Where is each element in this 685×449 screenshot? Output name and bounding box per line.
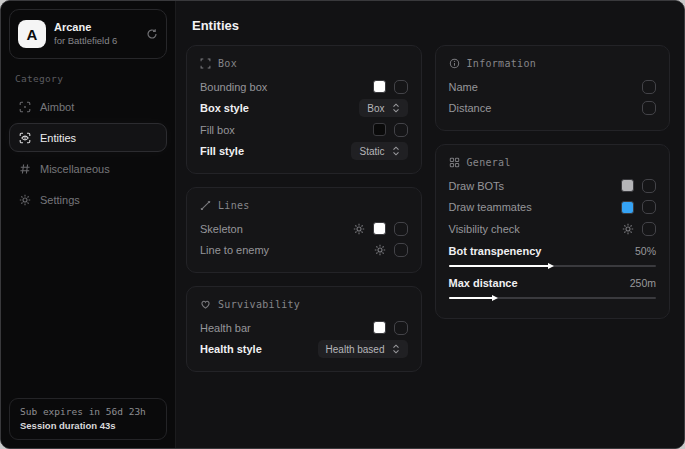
color-swatch[interactable] — [373, 222, 386, 235]
skeleton-checkbox[interactable] — [394, 222, 408, 236]
sidebar-nav: Aimbot Entities — [9, 92, 167, 214]
bounding-box-checkbox[interactable] — [394, 80, 408, 94]
scan-eye-icon — [19, 132, 31, 144]
fill-box-checkbox[interactable] — [394, 123, 408, 137]
bot-transparency-slider[interactable] — [449, 262, 657, 270]
sidebar-item-settings[interactable]: Settings — [9, 185, 167, 214]
slider-thumb[interactable] — [548, 263, 554, 269]
survivability-card: Survivability Health bar Health style He… — [186, 286, 422, 372]
setting-row-distance: Distance — [449, 98, 657, 120]
setting-label: Draw BOTs — [449, 180, 505, 192]
color-swatch[interactable] — [621, 179, 634, 192]
section-title: General — [467, 157, 511, 168]
general-card-header: General — [449, 157, 657, 168]
gear-icon[interactable] — [374, 244, 386, 256]
card-columns: Box Bounding box Box style Box — [186, 45, 670, 372]
gear-icon — [19, 194, 31, 206]
unfold-icon — [392, 103, 400, 113]
slider-thumb[interactable] — [492, 295, 498, 301]
sidebar-item-miscellaneous[interactable]: Miscellaneous — [9, 154, 167, 183]
slider-label-row: Max distance 250m — [449, 275, 657, 292]
setting-label: Max distance — [449, 277, 518, 289]
setting-row-health-style: Health style Health based — [200, 339, 408, 361]
dropdown-value: Box — [367, 103, 384, 114]
arcane-logo: A — [18, 20, 46, 48]
box-style-dropdown[interactable]: Box — [359, 99, 407, 117]
gear-icon[interactable] — [353, 223, 365, 235]
sidebar-item-aimbot[interactable]: Aimbot — [9, 92, 167, 121]
draw-bots-checkbox[interactable] — [642, 179, 656, 193]
survivability-card-header: Survivability — [200, 299, 408, 310]
setting-label: Bounding box — [200, 81, 267, 93]
right-column: Information Name Distance — [435, 45, 671, 372]
slider-value: 50% — [635, 245, 656, 257]
heart-icon — [200, 299, 211, 310]
max-distance-group: Max distance 250m — [449, 275, 657, 302]
setting-label: Skeleton — [200, 223, 243, 235]
color-swatch[interactable] — [373, 123, 386, 136]
grid-icon — [449, 157, 460, 168]
information-card-header: Information — [449, 58, 657, 69]
sidebar-item-label: Settings — [40, 194, 80, 206]
setting-row-bounding-box: Bounding box — [200, 76, 408, 98]
session-duration-text: Session duration 43s — [20, 419, 156, 433]
health-style-dropdown[interactable]: Health based — [318, 340, 408, 358]
line-icon — [200, 200, 211, 211]
setting-label: Visibility check — [449, 223, 520, 235]
setting-label: Fill style — [200, 145, 244, 157]
dropdown-value: Static — [359, 146, 384, 157]
fill-style-dropdown[interactable]: Static — [351, 142, 407, 160]
color-swatch[interactable] — [621, 201, 634, 214]
max-distance-slider[interactable] — [449, 294, 657, 302]
brand-card: A Arcane for Battlefield 6 — [9, 9, 167, 59]
setting-row-name: Name — [449, 76, 657, 98]
brand-text: Arcane for Battlefield 6 — [54, 21, 138, 47]
main-panel: Entities Box Bounding box — [176, 1, 684, 448]
name-checkbox[interactable] — [642, 80, 656, 94]
category-label: Category — [15, 73, 161, 84]
draw-teammates-checkbox[interactable] — [642, 200, 656, 214]
box-card-header: Box — [200, 58, 408, 69]
sidebar-item-entities[interactable]: Entities — [9, 123, 167, 152]
slider-label-row: Bot transpenency 50% — [449, 243, 657, 260]
setting-label: Distance — [449, 102, 492, 114]
setting-label: Health bar — [200, 322, 251, 334]
slider-fill — [449, 297, 497, 299]
setting-label: Name — [449, 81, 478, 93]
bot-transparency-group: Bot transpenency 50% — [449, 243, 657, 270]
setting-row-draw-bots: Draw BOTs — [449, 175, 657, 197]
hash-icon — [19, 163, 31, 175]
section-title: Box — [218, 58, 237, 69]
lines-card: Lines Skeleton — [186, 187, 422, 273]
setting-row-draw-teammates: Draw teammates — [449, 197, 657, 219]
dropdown-value: Health based — [326, 344, 385, 355]
visibility-check-checkbox[interactable] — [642, 222, 656, 236]
setting-row-health-bar: Health bar — [200, 317, 408, 339]
box-card: Box Bounding box Box style Box — [186, 45, 422, 174]
sub-expiry-text: Sub expires in 56d 23h — [20, 405, 156, 419]
distance-checkbox[interactable] — [642, 101, 656, 115]
setting-label: Bot transpenency — [449, 245, 542, 257]
section-title: Information — [467, 58, 537, 69]
setting-row-box-style: Box style Box — [200, 98, 408, 120]
slider-fill — [449, 265, 553, 267]
crosshair-icon — [19, 101, 31, 113]
reload-icon[interactable] — [146, 28, 158, 40]
left-column: Box Bounding box Box style Box — [186, 45, 422, 372]
unfold-icon — [392, 146, 400, 156]
gear-icon[interactable] — [622, 223, 634, 235]
sidebar-item-label: Miscellaneous — [40, 163, 110, 175]
line-to-enemy-checkbox[interactable] — [394, 243, 408, 257]
unfold-icon — [392, 344, 400, 354]
brand-subtitle: for Battlefield 6 — [54, 35, 138, 47]
info-icon — [449, 58, 460, 69]
health-bar-checkbox[interactable] — [394, 321, 408, 335]
color-swatch[interactable] — [373, 80, 386, 93]
app-window: A Arcane for Battlefield 6 Category — [0, 0, 685, 449]
setting-label: Line to enemy — [200, 244, 269, 256]
setting-row-skeleton: Skeleton — [200, 218, 408, 240]
lines-card-header: Lines — [200, 200, 408, 211]
setting-label: Fill box — [200, 124, 235, 136]
section-title: Survivability — [218, 299, 300, 310]
color-swatch[interactable] — [373, 321, 386, 334]
